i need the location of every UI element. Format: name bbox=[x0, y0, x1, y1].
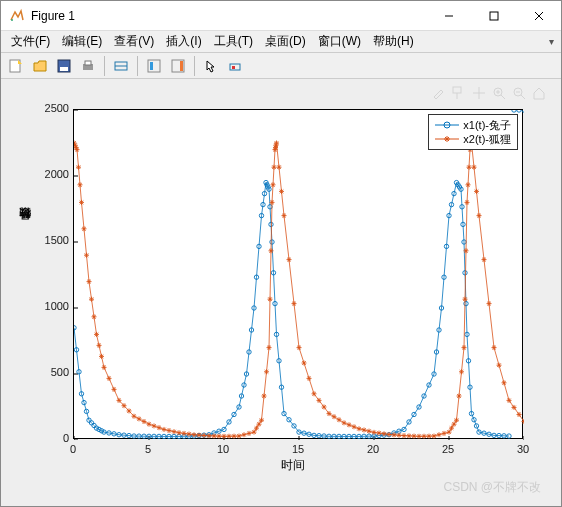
legend-label-1: x1(t)-兔子 bbox=[463, 118, 511, 133]
svg-rect-18 bbox=[232, 66, 235, 69]
svg-rect-2 bbox=[490, 12, 498, 20]
y-tick-label: 2000 bbox=[29, 168, 69, 180]
zoom-out-icon[interactable] bbox=[511, 85, 527, 101]
y-tick-label: 1000 bbox=[29, 300, 69, 312]
toolbar bbox=[1, 53, 561, 79]
x-tick-label: 15 bbox=[283, 443, 313, 455]
menu-view[interactable]: 查看(V) bbox=[108, 31, 160, 52]
save-button[interactable] bbox=[53, 55, 75, 77]
y-tick-label: 1500 bbox=[29, 234, 69, 246]
axes-toolbar bbox=[431, 85, 547, 101]
x-tick-label: 25 bbox=[433, 443, 463, 455]
menu-help[interactable]: 帮助(H) bbox=[367, 31, 420, 52]
svg-point-166 bbox=[517, 110, 521, 112]
svg-rect-13 bbox=[148, 60, 160, 72]
insert-colorbar-button[interactable] bbox=[167, 55, 189, 77]
svg-point-0 bbox=[11, 19, 13, 21]
datatip-icon[interactable] bbox=[451, 85, 467, 101]
svg-point-167 bbox=[522, 110, 524, 112]
home-icon[interactable] bbox=[531, 85, 547, 101]
svg-rect-14 bbox=[150, 62, 153, 70]
figure-area: x1(t)-兔子 x2(t)-狐狸 05001000150020002500 0… bbox=[1, 79, 561, 506]
brush-icon[interactable] bbox=[431, 85, 447, 101]
x-tick-label: 10 bbox=[208, 443, 238, 455]
svg-line-22 bbox=[501, 95, 505, 99]
print-button[interactable] bbox=[77, 55, 99, 77]
menubar: 文件(F) 编辑(E) 查看(V) 插入(I) 工具(T) 桌面(D) 窗口(W… bbox=[1, 31, 561, 53]
menu-edit[interactable]: 编辑(E) bbox=[56, 31, 108, 52]
titlebar: Figure 1 bbox=[1, 1, 561, 31]
brush-button[interactable] bbox=[224, 55, 246, 77]
minimize-button[interactable] bbox=[426, 1, 471, 30]
open-button[interactable] bbox=[29, 55, 51, 77]
menu-desktop[interactable]: 桌面(D) bbox=[259, 31, 312, 52]
menu-tools[interactable]: 工具(T) bbox=[208, 31, 259, 52]
svg-rect-19 bbox=[453, 87, 461, 93]
window-title: Figure 1 bbox=[31, 9, 426, 23]
pointer-button[interactable] bbox=[200, 55, 222, 77]
edit-plot-button[interactable] bbox=[143, 55, 165, 77]
close-button[interactable] bbox=[516, 1, 561, 30]
svg-point-165 bbox=[512, 110, 516, 112]
menu-dropdown-icon[interactable]: ▾ bbox=[543, 34, 557, 49]
pan-icon[interactable] bbox=[471, 85, 487, 101]
x-tick-label: 20 bbox=[358, 443, 388, 455]
svg-line-26 bbox=[521, 95, 525, 99]
zoom-in-icon[interactable] bbox=[491, 85, 507, 101]
legend-marker-2 bbox=[435, 134, 459, 144]
legend[interactable]: x1(t)-兔子 x2(t)-狐狸 bbox=[428, 114, 518, 150]
y-tick-label: 500 bbox=[29, 366, 69, 378]
legend-marker-1 bbox=[435, 120, 459, 130]
menu-window[interactable]: 窗口(W) bbox=[312, 31, 367, 52]
svg-rect-8 bbox=[60, 67, 68, 71]
y-tick-label: 2500 bbox=[29, 102, 69, 114]
legend-label-2: x2(t)-狐狸 bbox=[463, 132, 511, 147]
axes[interactable]: x1(t)-兔子 x2(t)-狐狸 bbox=[73, 109, 523, 439]
menu-insert[interactable]: 插入(I) bbox=[160, 31, 207, 52]
matlab-icon bbox=[9, 8, 25, 24]
svg-rect-10 bbox=[85, 61, 91, 65]
menu-file[interactable]: 文件(F) bbox=[5, 31, 56, 52]
x-tick-label: 0 bbox=[58, 443, 88, 455]
new-figure-button[interactable] bbox=[5, 55, 27, 77]
plot-canvas bbox=[74, 110, 524, 440]
x-axis-label: 时间 bbox=[281, 457, 305, 474]
maximize-button[interactable] bbox=[471, 1, 516, 30]
watermark: CSDN @不牌不改 bbox=[443, 479, 541, 496]
x-tick-label: 30 bbox=[508, 443, 538, 455]
link-button[interactable] bbox=[110, 55, 132, 77]
x-tick-label: 5 bbox=[133, 443, 163, 455]
svg-rect-16 bbox=[180, 61, 183, 71]
